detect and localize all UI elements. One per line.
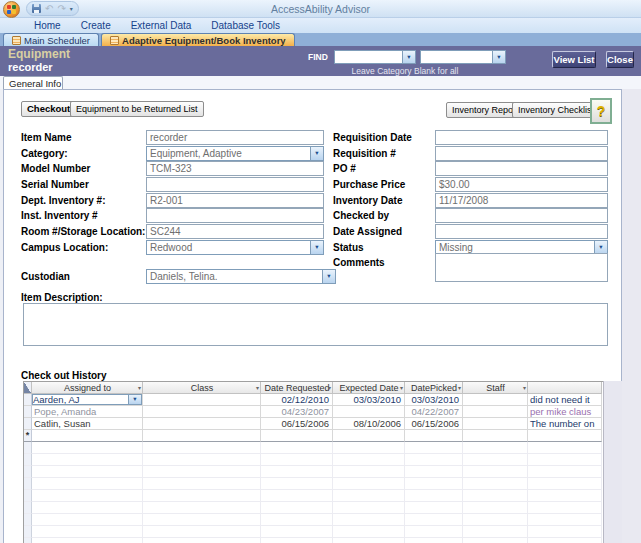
row-selector[interactable] (24, 418, 32, 430)
col-header-date-requested[interactable]: Date Requested▾ (261, 382, 333, 394)
col-header-assigned-to[interactable]: Assigned to▾ (32, 382, 143, 394)
checked-by-field[interactable] (435, 208, 608, 223)
ribbon-tab-database-tools[interactable]: Database Tools (201, 18, 290, 33)
chevron-down-icon: ▾ (497, 54, 500, 61)
requisition-date-field[interactable] (435, 130, 608, 145)
view-list-button[interactable]: View List (552, 51, 596, 68)
sort-arrow-icon[interactable]: ▾ (458, 385, 461, 391)
table-header-row: Assigned to▾ Class▾ Date Requested▾ Expe… (24, 382, 603, 394)
ribbon-tab-external-data[interactable]: External Data (121, 18, 202, 33)
staff-cell[interactable] (463, 430, 528, 442)
checkout-button[interactable]: Checkout (21, 101, 76, 117)
sort-arrow-icon[interactable]: ▾ (523, 385, 526, 391)
class-cell[interactable] (143, 394, 261, 406)
item-name-field[interactable]: recorder (146, 130, 324, 145)
tab-adaptive-equipment-inventory[interactable]: Adaptive Equipment/Book Inventory (101, 33, 295, 46)
expected-date-cell[interactable] (333, 430, 405, 442)
date-picked-cell[interactable]: 04/22/2007 (405, 406, 463, 418)
inst-inventory-field[interactable] (146, 208, 324, 223)
form-header: Equipment recorder FIND ▾ ▾ Leave Catego… (0, 46, 641, 76)
class-cell[interactable] (143, 406, 261, 418)
serial-number-field[interactable] (146, 177, 324, 192)
combo-dropdown-button[interactable]: ▾ (128, 395, 141, 404)
sort-arrow-icon[interactable]: ▾ (328, 385, 331, 391)
class-cell[interactable] (143, 418, 261, 430)
date-assigned-field[interactable] (435, 224, 608, 239)
requisition-date-label: Requisition Date (333, 132, 412, 143)
date-requested-cell[interactable]: 04/23/2007 (261, 406, 333, 418)
col-header-expected-date[interactable]: Expected Date▾ (333, 382, 405, 394)
inventory-date-field[interactable]: 11/17/2008 (435, 193, 608, 208)
col-header-comment[interactable] (528, 382, 602, 394)
expected-date-cell[interactable] (333, 406, 405, 418)
col-header-staff[interactable]: Staff▾ (463, 382, 528, 394)
tab-main-scheduler[interactable]: Main Scheduler (3, 33, 99, 46)
combo-dropdown-button[interactable]: ▾ (310, 241, 323, 254)
sort-arrow-icon[interactable]: ▾ (138, 385, 141, 391)
combo-dropdown-button[interactable]: ▾ (492, 51, 505, 63)
table-empty-row (24, 538, 603, 543)
comment-cell[interactable] (528, 430, 602, 442)
new-record-row[interactable]: * (24, 430, 603, 442)
expected-date-cell[interactable]: 08/10/2006 (333, 418, 405, 430)
comment-cell[interactable]: The number on (528, 418, 602, 430)
campus-location-combo[interactable]: Redwood ▾ (146, 240, 324, 255)
date-requested-cell[interactable]: 02/12/2010 (261, 394, 333, 406)
row-selector[interactable] (24, 406, 32, 418)
date-picked-cell[interactable]: 06/15/2006 (405, 418, 463, 430)
tab-general-info[interactable]: General Info (3, 76, 63, 89)
staff-cell[interactable] (463, 394, 528, 406)
item-description-field[interactable] (23, 303, 608, 346)
date-requested-cell[interactable]: 06/15/2006 (261, 418, 333, 430)
date-picked-cell[interactable] (405, 430, 463, 442)
purchase-price-field[interactable]: $30.00 (435, 177, 608, 192)
chevron-down-icon: ▾ (315, 150, 318, 157)
col-header-date-picked[interactable]: DatePicked▾ (405, 382, 463, 394)
room-storage-field[interactable]: SC244 (146, 224, 324, 239)
table-empty-row (24, 514, 603, 526)
close-button[interactable]: Close (606, 51, 634, 68)
comments-field[interactable] (435, 253, 608, 282)
expected-date-cell[interactable]: 03/03/2010 (333, 394, 405, 406)
model-number-field[interactable]: TCM-323 (146, 161, 324, 176)
assigned-to-combo[interactable]: Aarden, AJ ▾ (32, 394, 142, 405)
staff-cell[interactable] (463, 406, 528, 418)
inventory-checklist-button[interactable]: Inventory Checklist (512, 102, 600, 118)
custodian-combo[interactable]: Daniels, Telina. ▾ (146, 269, 336, 284)
col-label: DatePicked (411, 383, 457, 393)
status-label: Status (333, 242, 364, 253)
row-selector[interactable] (24, 394, 32, 406)
combo-dropdown-button[interactable]: ▾ (310, 147, 323, 160)
col-header-class[interactable]: Class▾ (143, 382, 261, 394)
requisition-number-field[interactable] (435, 146, 608, 161)
ribbon-tab-create[interactable]: Create (71, 18, 121, 33)
chevron-down-icon: ▾ (599, 244, 602, 251)
date-requested-cell[interactable] (261, 430, 333, 442)
combo-dropdown-button[interactable]: ▾ (322, 270, 335, 283)
assigned-to-cell[interactable]: Aarden, AJ ▾ (32, 394, 143, 406)
po-number-field[interactable] (435, 161, 608, 176)
dept-inventory-label: Dept. Inventory #: (21, 195, 105, 206)
category-combo[interactable]: Equipment, Adaptive ▾ (146, 146, 324, 161)
assigned-to-cell[interactable] (32, 430, 143, 442)
select-all-corner[interactable] (24, 382, 32, 394)
dept-inventory-field[interactable]: R2-001 (146, 193, 324, 208)
ribbon-tab-home[interactable]: Home (24, 18, 71, 33)
title-bar: ↶ ↷ ▾ AccessAbility Advisor (0, 0, 641, 18)
comment-cell[interactable]: did not need it (528, 394, 602, 406)
combo-dropdown-button[interactable]: ▾ (402, 51, 415, 63)
find-category-combo[interactable]: ▾ (420, 50, 506, 64)
date-picked-cell[interactable]: 03/03/2010 (405, 394, 463, 406)
table-row: Pope, Amanda 04/23/2007 04/22/2007 per m… (24, 406, 603, 418)
help-button[interactable]: ? (590, 98, 612, 124)
class-cell[interactable] (143, 430, 261, 442)
sort-arrow-icon[interactable]: ▾ (400, 385, 403, 391)
comment-cell[interactable]: per mike claus (528, 406, 602, 418)
returned-list-button[interactable]: Equipment to be Returned List (70, 101, 204, 117)
sort-arrow-icon[interactable]: ▾ (256, 385, 259, 391)
find-item-value (335, 51, 402, 63)
find-item-combo[interactable]: ▾ (334, 50, 416, 64)
staff-cell[interactable] (463, 418, 528, 430)
assigned-to-cell[interactable]: Catlin, Susan (32, 418, 143, 430)
assigned-to-cell[interactable]: Pope, Amanda (32, 406, 143, 418)
